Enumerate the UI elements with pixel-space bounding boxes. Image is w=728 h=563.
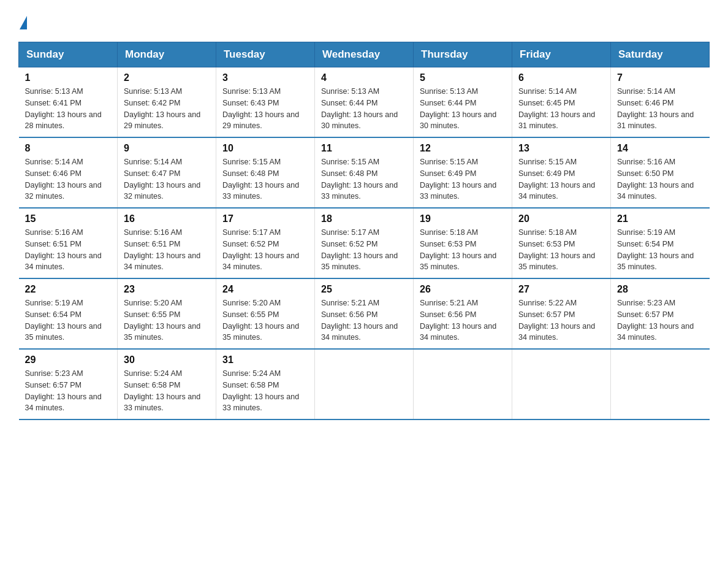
day-info: Sunrise: 5:24 AMSunset: 6:58 PMDaylight:… (124, 368, 210, 414)
day-number: 21 (617, 213, 703, 224)
day-number: 13 (518, 143, 604, 154)
day-number: 18 (321, 213, 407, 224)
day-info: Sunrise: 5:16 AMSunset: 6:51 PMDaylight:… (124, 227, 210, 273)
day-info: Sunrise: 5:13 AMSunset: 6:44 PMDaylight:… (321, 86, 407, 132)
weekday-header-tuesday: Tuesday (216, 42, 315, 67)
day-number: 12 (420, 143, 506, 154)
calendar-cell: 31Sunrise: 5:24 AMSunset: 6:58 PMDayligh… (216, 349, 315, 419)
day-number: 24 (222, 284, 308, 295)
weekday-header-saturday: Saturday (611, 42, 710, 67)
day-info: Sunrise: 5:22 AMSunset: 6:57 PMDaylight:… (518, 297, 604, 343)
day-info: Sunrise: 5:19 AMSunset: 6:54 PMDaylight:… (617, 227, 703, 273)
calendar-cell: 3Sunrise: 5:13 AMSunset: 6:43 PMDaylight… (216, 67, 315, 138)
weekday-header-wednesday: Wednesday (315, 42, 414, 67)
day-number: 22 (25, 284, 112, 295)
day-info: Sunrise: 5:15 AMSunset: 6:48 PMDaylight:… (222, 156, 308, 202)
calendar-cell: 27Sunrise: 5:22 AMSunset: 6:57 PMDayligh… (512, 278, 611, 349)
day-number: 16 (124, 213, 210, 224)
logo (18, 12, 27, 29)
calendar-cell: 2Sunrise: 5:13 AMSunset: 6:42 PMDaylight… (118, 67, 216, 138)
day-info: Sunrise: 5:19 AMSunset: 6:54 PMDaylight:… (25, 297, 112, 343)
day-number: 11 (321, 143, 407, 154)
day-number: 2 (124, 72, 210, 83)
day-info: Sunrise: 5:14 AMSunset: 6:47 PMDaylight:… (124, 156, 210, 202)
calendar-cell: 21Sunrise: 5:19 AMSunset: 6:54 PMDayligh… (611, 208, 710, 278)
day-info: Sunrise: 5:20 AMSunset: 6:55 PMDaylight:… (124, 297, 210, 343)
calendar-week-row: 8Sunrise: 5:14 AMSunset: 6:46 PMDaylight… (19, 137, 710, 208)
calendar-cell: 7Sunrise: 5:14 AMSunset: 6:46 PMDaylight… (611, 67, 710, 138)
day-number: 30 (124, 354, 210, 366)
calendar-cell: 13Sunrise: 5:15 AMSunset: 6:49 PMDayligh… (512, 137, 611, 208)
page-header (18, 12, 710, 29)
logo-triangle-icon (20, 16, 27, 29)
day-info: Sunrise: 5:18 AMSunset: 6:53 PMDaylight:… (420, 227, 506, 273)
calendar-cell (512, 349, 611, 419)
day-info: Sunrise: 5:14 AMSunset: 6:45 PMDaylight:… (518, 86, 604, 132)
day-number: 20 (518, 213, 604, 224)
day-info: Sunrise: 5:20 AMSunset: 6:55 PMDaylight:… (222, 297, 308, 343)
day-info: Sunrise: 5:14 AMSunset: 6:46 PMDaylight:… (617, 86, 703, 132)
day-number: 17 (222, 213, 308, 224)
day-number: 15 (25, 213, 112, 224)
day-info: Sunrise: 5:15 AMSunset: 6:49 PMDaylight:… (420, 156, 506, 202)
calendar-cell: 1Sunrise: 5:13 AMSunset: 6:41 PMDaylight… (19, 67, 118, 138)
calendar-cell: 12Sunrise: 5:15 AMSunset: 6:49 PMDayligh… (414, 137, 512, 208)
calendar-cell: 22Sunrise: 5:19 AMSunset: 6:54 PMDayligh… (19, 278, 118, 349)
day-number: 23 (124, 284, 210, 295)
day-info: Sunrise: 5:14 AMSunset: 6:46 PMDaylight:… (25, 156, 112, 202)
calendar-cell: 30Sunrise: 5:24 AMSunset: 6:58 PMDayligh… (118, 349, 216, 419)
day-number: 4 (321, 72, 407, 83)
day-number: 14 (617, 143, 703, 154)
calendar-cell: 26Sunrise: 5:21 AMSunset: 6:56 PMDayligh… (414, 278, 512, 349)
calendar-week-row: 29Sunrise: 5:23 AMSunset: 6:57 PMDayligh… (19, 349, 710, 419)
calendar-week-row: 1Sunrise: 5:13 AMSunset: 6:41 PMDaylight… (19, 67, 710, 138)
day-number: 10 (222, 143, 308, 154)
calendar-header: SundayMondayTuesdayWednesdayThursdayFrid… (19, 42, 710, 67)
calendar-cell: 25Sunrise: 5:21 AMSunset: 6:56 PMDayligh… (315, 278, 414, 349)
day-number: 27 (518, 284, 604, 295)
calendar-cell: 15Sunrise: 5:16 AMSunset: 6:51 PMDayligh… (19, 208, 118, 278)
calendar-cell: 14Sunrise: 5:16 AMSunset: 6:50 PMDayligh… (611, 137, 710, 208)
day-info: Sunrise: 5:21 AMSunset: 6:56 PMDaylight:… (420, 297, 506, 343)
calendar-cell: 6Sunrise: 5:14 AMSunset: 6:45 PMDaylight… (512, 67, 611, 138)
calendar-cell: 19Sunrise: 5:18 AMSunset: 6:53 PMDayligh… (414, 208, 512, 278)
day-info: Sunrise: 5:17 AMSunset: 6:52 PMDaylight:… (321, 227, 407, 273)
day-number: 31 (222, 354, 308, 366)
day-info: Sunrise: 5:15 AMSunset: 6:48 PMDaylight:… (321, 156, 407, 202)
calendar-cell: 18Sunrise: 5:17 AMSunset: 6:52 PMDayligh… (315, 208, 414, 278)
day-info: Sunrise: 5:17 AMSunset: 6:52 PMDaylight:… (222, 227, 308, 273)
day-number: 9 (124, 143, 210, 154)
calendar-cell: 28Sunrise: 5:23 AMSunset: 6:57 PMDayligh… (611, 278, 710, 349)
calendar-cell: 16Sunrise: 5:16 AMSunset: 6:51 PMDayligh… (118, 208, 216, 278)
day-number: 28 (617, 284, 703, 295)
day-info: Sunrise: 5:23 AMSunset: 6:57 PMDaylight:… (617, 297, 703, 343)
day-info: Sunrise: 5:13 AMSunset: 6:41 PMDaylight:… (25, 86, 112, 132)
day-number: 3 (222, 72, 308, 83)
day-number: 6 (518, 72, 604, 83)
weekday-header-monday: Monday (118, 42, 216, 67)
day-number: 26 (420, 284, 506, 295)
calendar-cell: 23Sunrise: 5:20 AMSunset: 6:55 PMDayligh… (118, 278, 216, 349)
weekday-header-friday: Friday (512, 42, 611, 67)
calendar-body: 1Sunrise: 5:13 AMSunset: 6:41 PMDaylight… (19, 67, 710, 420)
calendar-table: SundayMondayTuesdayWednesdayThursdayFrid… (18, 42, 710, 420)
day-number: 7 (617, 72, 703, 83)
calendar-cell: 17Sunrise: 5:17 AMSunset: 6:52 PMDayligh… (216, 208, 315, 278)
weekday-header-row: SundayMondayTuesdayWednesdayThursdayFrid… (19, 42, 710, 67)
day-number: 29 (25, 354, 112, 366)
calendar-cell (611, 349, 710, 419)
day-info: Sunrise: 5:13 AMSunset: 6:42 PMDaylight:… (124, 86, 210, 132)
calendar-cell: 29Sunrise: 5:23 AMSunset: 6:57 PMDayligh… (19, 349, 118, 419)
calendar-cell: 5Sunrise: 5:13 AMSunset: 6:44 PMDaylight… (414, 67, 512, 138)
day-number: 25 (321, 284, 407, 295)
day-number: 8 (25, 143, 112, 154)
day-info: Sunrise: 5:15 AMSunset: 6:49 PMDaylight:… (518, 156, 604, 202)
calendar-cell: 8Sunrise: 5:14 AMSunset: 6:46 PMDaylight… (19, 137, 118, 208)
day-info: Sunrise: 5:21 AMSunset: 6:56 PMDaylight:… (321, 297, 407, 343)
calendar-week-row: 15Sunrise: 5:16 AMSunset: 6:51 PMDayligh… (19, 208, 710, 278)
calendar-cell: 9Sunrise: 5:14 AMSunset: 6:47 PMDaylight… (118, 137, 216, 208)
calendar-cell: 4Sunrise: 5:13 AMSunset: 6:44 PMDaylight… (315, 67, 414, 138)
day-info: Sunrise: 5:24 AMSunset: 6:58 PMDaylight:… (222, 368, 308, 414)
weekday-header-sunday: Sunday (19, 42, 118, 67)
day-number: 19 (420, 213, 506, 224)
